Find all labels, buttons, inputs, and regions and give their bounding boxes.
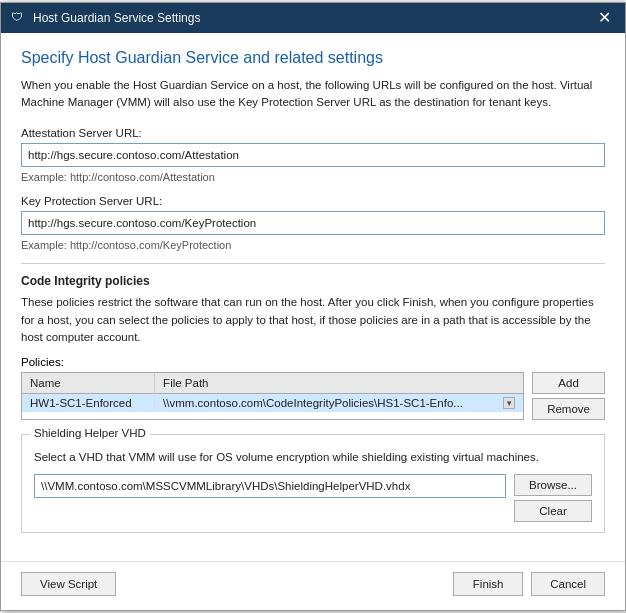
shielding-vhd-input[interactable] <box>34 474 506 498</box>
table-header-row: Name File Path <box>22 373 523 394</box>
attestation-label: Attestation Server URL: <box>21 127 605 139</box>
key-protection-label: Key Protection Server URL: <box>21 195 605 207</box>
code-integrity-description: These policies restrict the software tha… <box>21 294 605 346</box>
page-title: Specify Host Guardian Service and relate… <box>21 49 605 67</box>
footer-right: Finish Cancel <box>453 572 605 596</box>
main-window: 🛡 Host Guardian Service Settings ✕ Speci… <box>0 2 626 612</box>
shielding-row: Browse... Clear <box>34 474 592 522</box>
code-integrity-title: Code Integrity policies <box>21 274 605 288</box>
scroll-cell: \\vmm.contoso.com\CodeIntegrityPolicies\… <box>163 397 515 409</box>
divider-1 <box>21 263 605 264</box>
add-button[interactable]: Add <box>532 372 605 394</box>
policy-name: HW1-SC1-Enforced <box>22 394 155 413</box>
remove-button[interactable]: Remove <box>532 398 605 420</box>
col-header-filepath: File Path <box>155 373 524 394</box>
clear-button[interactable]: Clear <box>514 500 592 522</box>
attestation-input[interactable] <box>21 143 605 167</box>
cancel-button[interactable]: Cancel <box>531 572 605 596</box>
page-description: When you enable the Host Guardian Servic… <box>21 77 605 112</box>
policies-area: Name File Path HW1-SC1-Enforced \\vmm.co… <box>21 372 605 420</box>
finish-button[interactable]: Finish <box>453 572 523 596</box>
policies-table: Name File Path HW1-SC1-Enforced \\vmm.co… <box>22 373 523 412</box>
close-button[interactable]: ✕ <box>594 10 615 26</box>
shielding-section-title: Shielding Helper VHD <box>30 427 150 439</box>
title-bar: 🛡 Host Guardian Service Settings ✕ <box>1 3 625 33</box>
title-bar-left: 🛡 Host Guardian Service Settings <box>11 10 200 26</box>
scroll-down-icon[interactable]: ▼ <box>503 397 515 409</box>
title-bar-title: Host Guardian Service Settings <box>33 11 200 25</box>
key-protection-input[interactable] <box>21 211 605 235</box>
footer: View Script Finish Cancel <box>1 561 625 610</box>
view-script-button[interactable]: View Script <box>21 572 116 596</box>
shielding-section: Shielding Helper VHD Select a VHD that V… <box>21 434 605 533</box>
policies-label: Policies: <box>21 356 605 368</box>
policies-table-container: Name File Path HW1-SC1-Enforced \\vmm.co… <box>21 372 524 420</box>
policy-filepath: \\vmm.contoso.com\CodeIntegrityPolicies\… <box>155 394 524 413</box>
filepath-text: \\vmm.contoso.com\CodeIntegrityPolicies\… <box>163 397 463 409</box>
table-row[interactable]: HW1-SC1-Enforced \\vmm.contoso.com\CodeI… <box>22 394 523 413</box>
attestation-example: Example: http://contoso.com/Attestation <box>21 171 605 183</box>
content-area: Specify Host Guardian Service and relate… <box>1 33 625 562</box>
policies-buttons: Add Remove <box>532 372 605 420</box>
key-protection-example: Example: http://contoso.com/KeyProtectio… <box>21 239 605 251</box>
col-header-name: Name <box>22 373 155 394</box>
browse-button[interactable]: Browse... <box>514 474 592 496</box>
window-icon: 🛡 <box>11 10 27 26</box>
shielding-buttons: Browse... Clear <box>514 474 592 522</box>
shielding-description: Select a VHD that VMM will use for OS vo… <box>34 449 592 466</box>
